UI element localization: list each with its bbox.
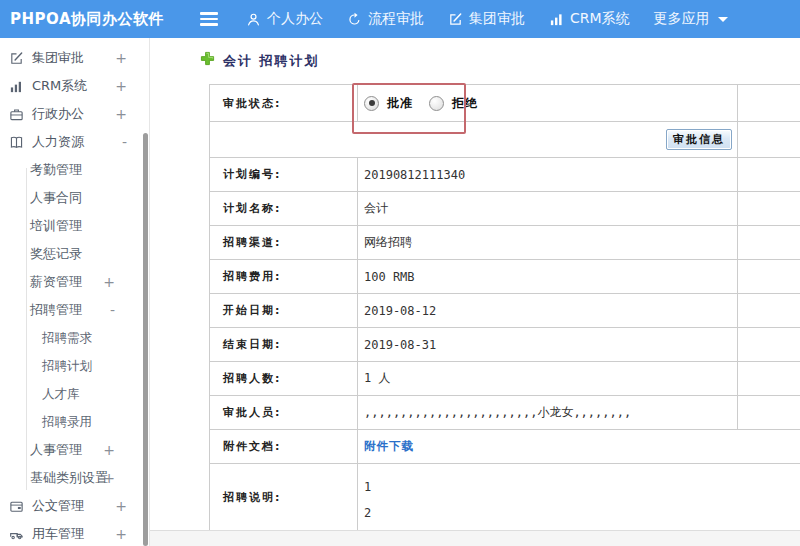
user-icon — [246, 12, 261, 27]
collapse-minus-icon[interactable]: - — [110, 302, 115, 318]
radio-approve-label: 批准 — [387, 95, 413, 112]
sidebar-item-rewards[interactable]: 奖惩记录 — [0, 240, 149, 268]
form-row-channel: 招聘渠道: 网络招聘 — [210, 226, 800, 260]
row-value: ,,,,,,,,,,,,,,,,,,,,,,,,小龙女,,,,,,,, — [358, 396, 738, 429]
sidebar-item-attendance[interactable]: 考勤管理 — [0, 156, 149, 184]
sidebar-item-personnel[interactable]: 人事管理 + — [0, 436, 149, 464]
row-label: 附件文档: — [210, 430, 358, 463]
sidebar-item-hr-contract[interactable]: 人事合同 — [0, 184, 149, 212]
car-icon — [9, 527, 26, 542]
row-label: 计划编号: — [210, 158, 358, 191]
expand-plus-icon[interactable]: + — [115, 498, 127, 514]
status-radio-group: 批准 拒绝 — [364, 95, 486, 112]
app-window: PHPOA协同办公软件 个人办公 流程审批 集团审批 — [0, 0, 800, 546]
nav-personal-office[interactable]: 个人办公 — [246, 10, 323, 28]
process-icon — [347, 12, 362, 27]
expand-plus-icon[interactable]: + — [115, 106, 127, 122]
row-value: 1 人 — [358, 362, 738, 395]
description-line: 2 — [364, 500, 371, 526]
sidebar-item-documents[interactable]: 公文管理 + — [0, 492, 149, 520]
nav-crm-system[interactable]: CRM系统 — [549, 10, 630, 28]
sidebar-item-training[interactable]: 培训管理 — [0, 212, 149, 240]
row-label: 审批状态: — [210, 85, 358, 121]
row-value: 20190812111340 — [358, 158, 738, 191]
row-label: 计划名称: — [210, 192, 358, 225]
form-row-description: 招聘说明: 1 2 — [210, 464, 800, 531]
nav-label: 流程审批 — [368, 10, 424, 28]
sidebar: 集团审批 + CRM系统 + 行政办公 + 人力资源 - 考勤管理 人事合同 培… — [0, 38, 150, 546]
nav-process-approval[interactable]: 流程审批 — [347, 10, 424, 28]
hamburger-menu-icon[interactable] — [200, 9, 220, 29]
row-label: 结束日期: — [210, 328, 358, 361]
expand-plus-icon[interactable]: + — [103, 470, 115, 486]
page-title: 会计 招聘计划 — [200, 51, 320, 70]
sidebar-item-recruit-plan[interactable]: 招聘计划 — [0, 352, 149, 380]
sidebar-item-vehicle[interactable]: 用车管理 + — [0, 520, 149, 546]
sidebar-item-admin-office[interactable]: 行政办公 + — [0, 100, 149, 128]
approve-info-button[interactable]: 审批信息 — [666, 129, 732, 150]
form-row-status: 审批状态: 批准 拒绝 — [210, 85, 800, 122]
expand-plus-icon[interactable]: + — [115, 50, 127, 66]
form-row-button: 审批信息 — [210, 122, 800, 158]
form-row-end-date: 结束日期: 2019-08-31 — [210, 328, 800, 362]
page-title-text: 会计 招聘计划 — [223, 52, 320, 70]
row-label: 招聘说明: — [210, 464, 358, 530]
form-row-start-date: 开始日期: 2019-08-12 — [210, 294, 800, 328]
form-row-approvers: 审批人员: ,,,,,,,,,,,,,,,,,,,,,,,,小龙女,,,,,,,… — [210, 396, 800, 430]
radio-approve[interactable] — [364, 96, 379, 111]
form-row-plan-number: 计划编号: 20190812111340 — [210, 158, 800, 192]
sidebar-item-salary[interactable]: 薪资管理 + — [0, 268, 149, 296]
description-line: 1 — [364, 474, 371, 500]
add-plus-icon — [200, 51, 215, 70]
sidebar-item-crm[interactable]: CRM系统 + — [0, 72, 149, 100]
row-label: 招聘人数: — [210, 362, 358, 395]
sidebar-item-recruit-demand[interactable]: 招聘需求 — [0, 324, 149, 352]
expand-plus-icon[interactable]: + — [115, 526, 127, 542]
sidebar-scrollbar[interactable] — [143, 133, 148, 546]
sidebar-item-base-category[interactable]: 基础类别设置 + — [0, 464, 149, 492]
form-row-attachment: 附件文档: 附件下载 — [210, 430, 800, 464]
sidebar-item-talent-pool[interactable]: 人才库 — [0, 380, 149, 408]
top-nav: 个人办公 流程审批 集团审批 CRM系统 更多应用 — [246, 10, 728, 28]
row-label: 审批人员: — [210, 396, 358, 429]
radio-reject[interactable] — [429, 96, 444, 111]
form-row-headcount: 招聘人数: 1 人 — [210, 362, 800, 396]
chart-icon — [9, 79, 26, 94]
row-label: 招聘渠道: — [210, 226, 358, 259]
folder-icon — [9, 499, 26, 514]
expand-plus-icon[interactable]: + — [115, 78, 127, 94]
row-label: 开始日期: — [210, 294, 358, 327]
edit-icon — [9, 51, 26, 66]
collapse-minus-icon[interactable]: - — [122, 134, 127, 150]
edit-icon — [448, 12, 463, 27]
form-row-cost: 招聘费用: 100 RMB — [210, 260, 800, 294]
briefcase-icon — [9, 107, 26, 122]
nav-more-apps[interactable]: 更多应用 — [654, 10, 728, 28]
row-value: 100 RMB — [358, 260, 738, 293]
expand-plus-icon[interactable]: + — [103, 274, 115, 290]
bottom-strip — [150, 530, 800, 546]
top-navbar: PHPOA协同办公软件 个人办公 流程审批 集团审批 — [0, 0, 800, 38]
app-logo: PHPOA协同办公软件 — [0, 10, 200, 29]
caret-down-icon — [718, 17, 728, 22]
form-row-plan-name: 计划名称: 会计 — [210, 192, 800, 226]
nav-label: 集团审批 — [469, 10, 525, 28]
row-value: 2019-08-31 — [358, 328, 738, 361]
expand-plus-icon[interactable]: + — [103, 442, 115, 458]
main-content: 会计 招聘计划 审批状态: 批准 拒绝 审批信息 — [150, 38, 800, 546]
nav-group-approval[interactable]: 集团审批 — [448, 10, 525, 28]
nav-label: 更多应用 — [654, 10, 710, 28]
chart-icon — [549, 12, 564, 27]
nav-label: CRM系统 — [570, 10, 630, 28]
sidebar-item-group-approval[interactable]: 集团审批 + — [0, 44, 149, 72]
nav-label: 个人办公 — [267, 10, 323, 28]
sidebar-item-hr[interactable]: 人力资源 - — [0, 128, 149, 156]
recruit-plan-form: 审批状态: 批准 拒绝 审批信息 计划编号: 201908 — [209, 84, 800, 531]
attachment-download-link[interactable]: 附件下载 — [364, 439, 414, 454]
sidebar-item-recruitment[interactable]: 招聘管理 - — [0, 296, 149, 324]
row-label: 招聘费用: — [210, 260, 358, 293]
row-value: 2019-08-12 — [358, 294, 738, 327]
sidebar-item-recruit-hire[interactable]: 招聘录用 — [0, 408, 149, 436]
row-value: 会计 — [358, 192, 738, 225]
book-icon — [9, 135, 26, 150]
